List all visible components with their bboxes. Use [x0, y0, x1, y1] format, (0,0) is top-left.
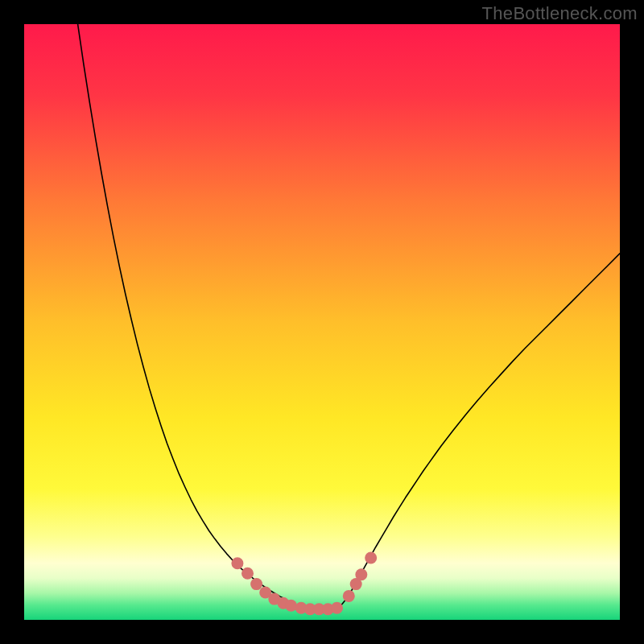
- marker-dot: [331, 602, 343, 614]
- marker-dot: [242, 568, 254, 580]
- plot-area: [24, 24, 620, 620]
- marker-dot: [343, 590, 355, 602]
- marker-dot: [355, 568, 367, 580]
- marker-dot: [250, 578, 262, 590]
- gradient-background: [24, 24, 620, 620]
- chart-svg: [24, 24, 620, 620]
- marker-dot: [285, 600, 297, 612]
- chart-frame: TheBottleneck.com: [0, 0, 644, 644]
- marker-dot: [231, 557, 243, 569]
- marker-dot: [365, 552, 377, 564]
- watermark-text: TheBottleneck.com: [482, 3, 638, 24]
